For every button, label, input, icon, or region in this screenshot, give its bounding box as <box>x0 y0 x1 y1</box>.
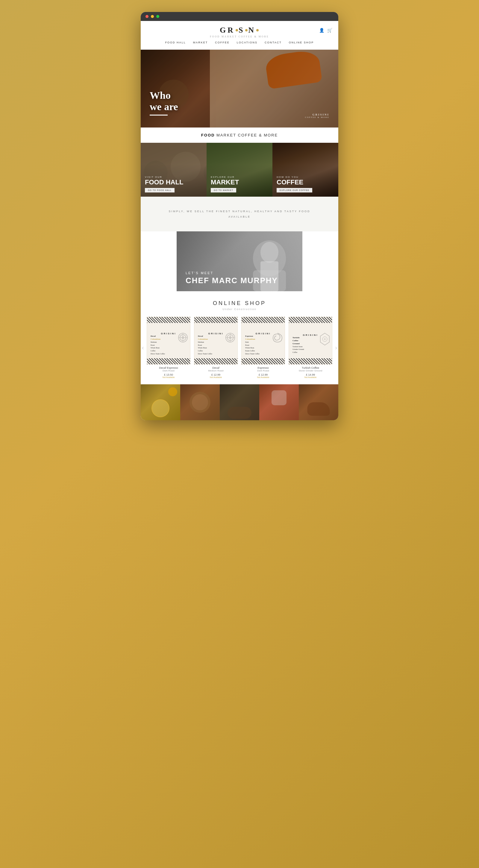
site-header: GRSN 👤 🛒 FOOD MARKET COFFEE & MORE FOOD … <box>141 21 338 50</box>
shop-subtitle: Under Construction <box>147 308 332 311</box>
product-card-1: GRISINI Decaf Colombian MediumRoastWhole… <box>147 317 190 378</box>
main-nav: FOOD HALL MARKET COFFEE LOCATIONS CONTAC… <box>147 38 332 47</box>
gallery-item-2 <box>180 384 220 420</box>
bag-footer-2 <box>194 358 237 364</box>
nav-online-shop[interactable]: ONLINE SHOP <box>289 41 314 44</box>
logo-dot-3 <box>256 29 259 31</box>
quote-section: SIMPLY, WE SELL THE FINEST NATURAL, HEAL… <box>141 197 338 231</box>
product-card-3: GRISINI Espresso Colombian DarkRoastWhol… <box>241 317 285 378</box>
chef-section: LET'S MEET CHEF MARC MURPHY <box>177 231 302 291</box>
market-card-content: Explore our MARKET Go to Market <box>207 143 272 197</box>
gallery-item-1 <box>141 384 180 420</box>
bag-footer-1 <box>147 358 190 364</box>
product-name-4: Turkish Coffee <box>289 366 332 369</box>
market-card-title: MARKET <box>211 179 268 186</box>
market-card-subtitle: Explore our <box>211 176 268 178</box>
products-carousel: ‹ GRISINI Decaf Colombian MediumRoastWho… <box>147 317 332 378</box>
product-type-4: Stone Grinder Ground <box>289 369 332 372</box>
online-shop-section: ONLINE SHOP Under Construction ‹ GRISINI… <box>141 291 338 384</box>
nav-food-hall[interactable]: FOOD HALL <box>165 41 186 44</box>
nav-contact[interactable]: CONTACT <box>265 41 282 44</box>
product-bag-3: GRISINI Espresso Colombian DarkRoastWhol… <box>241 317 285 365</box>
bag-brand-4: GRISINI <box>303 334 318 336</box>
bag-graphic-4 <box>319 332 331 350</box>
product-name-3: Espresso <box>241 366 285 369</box>
hero-badge: GRISINI COFFEE & MORE <box>305 113 329 119</box>
hero-underline <box>150 115 168 116</box>
product-type-3: Dark Roast <box>241 369 285 372</box>
category-coffee[interactable]: How do you COFFEE Explore Our Coffee <box>272 143 338 197</box>
food-card-button[interactable]: Go to Food Hall <box>145 188 175 192</box>
tagline-band: FOOD MARKET COFFEE & MORE <box>141 127 338 143</box>
chef-text: LET'S MEET CHEF MARC MURPHY <box>186 271 278 285</box>
bag-footer-3 <box>242 358 285 364</box>
product-card-2: GRISINI Decaf Colombian MediumRoastWhole… <box>194 317 238 378</box>
logo-text-2: S <box>239 26 245 35</box>
account-icon[interactable]: 👤 <box>319 28 324 33</box>
gallery-item-4 <box>259 384 299 420</box>
logo-dot-2 <box>245 29 247 31</box>
product-price-1: £ 13.50 <box>147 373 190 376</box>
bag-graphic-2 <box>224 332 236 350</box>
chef-name: CHEF MARC MURPHY <box>186 276 278 285</box>
product-name-2: Decaf <box>194 366 238 369</box>
category-food-hall[interactable]: Visit our FOOD HALL Go to Food Hall <box>141 143 207 197</box>
gallery-bagel <box>189 392 210 413</box>
nav-market[interactable]: MARKET <box>193 41 208 44</box>
product-price-3: £ 12.99 <box>241 373 285 376</box>
gallery-plate <box>228 407 251 419</box>
gallery-circle-2 <box>168 387 177 396</box>
tagline-rest: MARKET COFFEE & MORE <box>215 133 278 137</box>
food-card-title: FOOD HALL <box>145 179 202 186</box>
carousel-next-button[interactable]: › <box>335 344 337 351</box>
svg-point-1 <box>261 242 278 263</box>
product-type-1: Dark Roast <box>147 369 190 372</box>
cart-icon[interactable]: 🛒 <box>327 28 332 33</box>
bag-brand-3: GRISINI <box>256 332 271 335</box>
browser-dot-green[interactable] <box>156 15 159 18</box>
bag-header-3 <box>242 317 285 323</box>
gallery-cup <box>272 390 287 405</box>
bag-header-4 <box>289 317 332 323</box>
coffee-card-content: How do you COFFEE Explore Our Coffee <box>272 143 338 197</box>
site-logo: GRSN <box>220 26 259 35</box>
chef-wrapper: LET'S MEET CHEF MARC MURPHY <box>141 231 338 291</box>
food-card-content: Visit our FOOD HALL Go to Food Hall <box>141 143 207 197</box>
product-availability-4: Not Available <box>289 376 332 378</box>
hero-section: Who we are GRISINI COFFEE & MORE <box>141 50 338 127</box>
carousel-prev-button[interactable]: ‹ <box>142 344 144 351</box>
footer-gallery <box>141 384 338 420</box>
coffee-card-subtitle: How do you <box>277 176 334 178</box>
bag-brand-2: GRISINI <box>208 332 223 335</box>
product-card-4: GRISINI TurkishCoffeeGround Turkish Ston… <box>289 317 332 378</box>
gallery-steak <box>307 402 330 416</box>
product-price-4: £ 14.99 <box>289 373 332 376</box>
coffee-card-button[interactable]: Explore Our Coffee <box>277 188 312 192</box>
bag-graphic-1 <box>177 332 189 350</box>
svg-point-16 <box>324 338 326 340</box>
logo-text-3: N <box>248 26 256 35</box>
browser-dot-yellow[interactable] <box>151 15 154 18</box>
product-bag-2: GRISINI Decaf Colombian MediumRoastWhole… <box>194 317 238 365</box>
coffee-card-title: COFFEE <box>277 179 334 186</box>
site-tagline: FOOD MARKET COFFEE & MORE <box>147 35 332 38</box>
product-price-2: £ 12.99 <box>194 373 238 376</box>
bag-header-1 <box>147 317 190 323</box>
nav-locations[interactable]: LOCATIONS <box>237 41 258 44</box>
logo-dot <box>236 29 238 31</box>
nav-coffee[interactable]: COFFEE <box>215 41 230 44</box>
shop-title: ONLINE SHOP <box>147 300 332 307</box>
product-bag-1: GRISINI Decaf Colombian MediumRoastWhole… <box>147 317 190 365</box>
bag-brand-1: GRISINI <box>161 332 176 335</box>
hero-text: Who we are <box>150 90 178 116</box>
browser-window: GRSN 👤 🛒 FOOD MARKET COFFEE & MORE FOOD … <box>141 12 338 420</box>
bag-header-2 <box>194 317 237 323</box>
product-name-1: Decaf Espresso <box>147 366 190 369</box>
market-card-button[interactable]: Go to Market <box>211 188 236 192</box>
bag-footer-4 <box>289 358 332 364</box>
category-market[interactable]: Explore our MARKET Go to Market <box>207 143 272 197</box>
browser-dot-red[interactable] <box>146 15 149 18</box>
quote-text: SIMPLY, WE SELL THE FINEST NATURAL, HEAL… <box>159 209 320 219</box>
product-availability-3: Not Available <box>241 376 285 378</box>
bag-graphic-3 <box>272 332 283 350</box>
